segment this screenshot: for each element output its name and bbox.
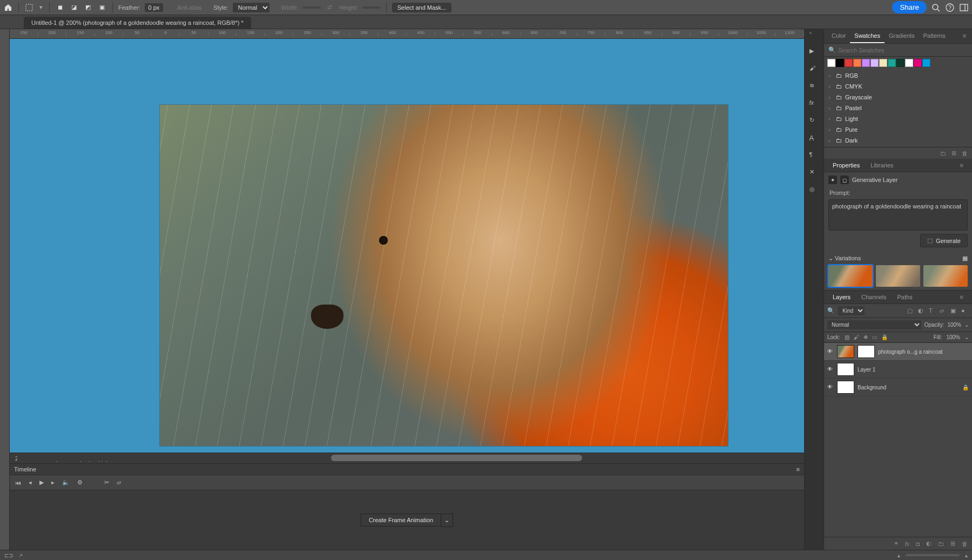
new-swatch-icon[interactable]: ⊞ [951, 150, 956, 157]
panel-menu-icon[interactable]: ≡ [796, 466, 800, 473]
tab-swatches[interactable]: Swatches [850, 29, 885, 43]
swatch[interactable] [914, 59, 922, 67]
fill-dropdown-icon[interactable]: ⌄ [964, 334, 969, 340]
swatch[interactable] [827, 59, 835, 67]
tab-layers[interactable]: Layers [827, 291, 856, 303]
styles-icon[interactable]: fx [809, 99, 819, 109]
layer-name[interactable]: Layer 1 [858, 367, 969, 373]
home-icon[interactable] [3, 3, 13, 12]
swatch[interactable] [905, 59, 913, 67]
tab-channels[interactable]: Channels [856, 291, 892, 303]
lock-all-icon[interactable]: 🔒 [881, 334, 888, 340]
canvas-area[interactable]: 1502001501005005010015020025030035040045… [10, 29, 804, 550]
adjustment-layer-icon[interactable]: ◐ [926, 540, 932, 547]
layer-fx-icon[interactable]: fx [905, 541, 910, 547]
intersect-selection-icon[interactable]: ▣ [97, 3, 107, 12]
swatch[interactable] [879, 59, 887, 67]
variation-1[interactable] [828, 265, 873, 287]
tab-patterns[interactable]: Patterns [919, 29, 950, 43]
swatch-folder[interactable]: ›🗀CMYK [824, 81, 972, 92]
tab-properties[interactable]: Properties [827, 159, 865, 172]
prev-frame-icon[interactable]: ◂ [29, 479, 32, 486]
layer-row[interactable]: 👁Layer 1 [824, 361, 972, 379]
status-share-icon[interactable]: ↗ [18, 552, 23, 558]
filter-toggle-icon[interactable]: ● [961, 307, 969, 315]
swatch-folder[interactable]: ›🗀Light [824, 113, 972, 124]
cc-libraries-icon[interactable]: ◎ [809, 186, 819, 195]
tab-gradients[interactable]: Gradients [885, 29, 919, 43]
create-frame-animation-button[interactable]: Create Frame Animation [361, 514, 441, 527]
dropdown-icon[interactable]: ▾ [38, 3, 44, 12]
style-select[interactable]: Normal [233, 3, 269, 12]
layer-mask-icon[interactable]: ◘ [916, 541, 920, 547]
swatch[interactable] [862, 59, 870, 67]
feather-value[interactable]: 0 px [145, 3, 163, 12]
lock-artboard-icon[interactable]: ▭ [872, 334, 877, 340]
swatch-folder[interactable]: ›🗀Dark [824, 135, 972, 146]
variation-2[interactable] [876, 265, 920, 287]
layer-row[interactable]: 👁photograph o...g a raincoat [824, 343, 972, 361]
swatch-folder[interactable]: ›🗀Grayscale [824, 92, 972, 103]
swatches-menu-icon[interactable]: ≡ [959, 29, 970, 43]
swatch[interactable] [888, 59, 896, 67]
link-layers-icon[interactable]: ⚭ [894, 540, 899, 547]
play-icon[interactable]: ▶ [39, 479, 44, 486]
transition-icon[interactable]: ▱ [117, 479, 121, 486]
audio-icon[interactable]: 🔈 [62, 479, 70, 486]
swatch-folder[interactable]: ›🗀Pastel [824, 103, 972, 113]
brushes-icon[interactable]: 🖌 [809, 65, 819, 75]
tab-libraries[interactable]: Libraries [865, 159, 899, 172]
workspace-icon[interactable] [959, 3, 969, 12]
next-frame-icon[interactable]: ▸ [51, 479, 55, 486]
layer-thumb[interactable] [837, 381, 854, 394]
filter-type-icon[interactable]: T [929, 307, 936, 315]
blend-mode-select[interactable]: Normal [827, 320, 921, 329]
help-icon[interactable]: ? [945, 3, 955, 12]
filter-shape-icon[interactable]: ▱ [940, 307, 947, 315]
history-icon[interactable]: ↻ [809, 117, 819, 126]
split-icon[interactable]: ✂ [104, 479, 109, 486]
swatch-folder[interactable]: ›🗀Pure [824, 124, 972, 135]
swatch[interactable] [836, 59, 844, 67]
paragraph-icon[interactable]: ¶ [809, 151, 819, 161]
canvas-image[interactable] [160, 105, 728, 446]
new-selection-icon[interactable]: ◼ [55, 3, 65, 12]
variations-grid-icon[interactable]: ▦ [962, 255, 968, 262]
zoom-in-icon[interactable]: ▴ [965, 552, 968, 558]
visibility-icon[interactable]: 👁 [827, 348, 834, 355]
fill-value[interactable]: 100% [946, 334, 960, 340]
properties-menu-icon[interactable]: ≡ [955, 159, 969, 172]
tab-paths[interactable]: Paths [892, 291, 918, 303]
adjustments-icon[interactable]: ≋ [809, 82, 819, 92]
filter-smart-icon[interactable]: ▣ [950, 307, 958, 315]
subtract-selection-icon[interactable]: ◩ [83, 3, 93, 12]
layer-row[interactable]: 👁Background🔒 [824, 379, 972, 396]
visibility-icon[interactable]: 👁 [827, 384, 834, 390]
share-button[interactable]: Share [892, 1, 927, 14]
layer-thumb[interactable] [837, 363, 854, 376]
swatch-folder[interactable]: ›🗀RGB [824, 70, 972, 81]
swatch[interactable] [922, 59, 930, 67]
variation-3[interactable] [923, 265, 968, 287]
layer-mask-thumb[interactable] [858, 345, 875, 358]
zoom-slider[interactable] [906, 554, 960, 556]
visibility-icon[interactable]: 👁 [827, 366, 834, 373]
layer-thumb[interactable] [837, 345, 854, 358]
create-frame-dropdown[interactable]: ⌄ [441, 514, 453, 527]
marquee-tool-icon[interactable] [24, 3, 34, 12]
delete-swatch-icon[interactable]: 🗑 [962, 150, 968, 157]
horizontal-scrollbar[interactable] [17, 455, 802, 461]
delete-layer-icon[interactable]: 🗑 [962, 541, 968, 547]
search-icon[interactable] [931, 3, 941, 12]
swatch[interactable] [853, 59, 861, 67]
filter-adjust-icon[interactable]: ◐ [918, 307, 926, 315]
lock-position-icon[interactable]: ✥ [863, 334, 868, 340]
opacity-dropdown-icon[interactable]: ⌄ [964, 322, 969, 328]
swatch[interactable] [870, 59, 879, 67]
variations-label[interactable]: ⌄ Variations [828, 255, 861, 262]
layer-name[interactable]: Background [858, 384, 959, 390]
first-frame-icon[interactable]: ⏮ [15, 480, 21, 486]
tab-color[interactable]: Color [827, 29, 850, 43]
prompt-text[interactable]: photograph of a goldendoodle wearing a r… [828, 199, 968, 231]
document-tab[interactable]: Untitled-1 @ 200% (photograph of a golde… [24, 17, 251, 29]
